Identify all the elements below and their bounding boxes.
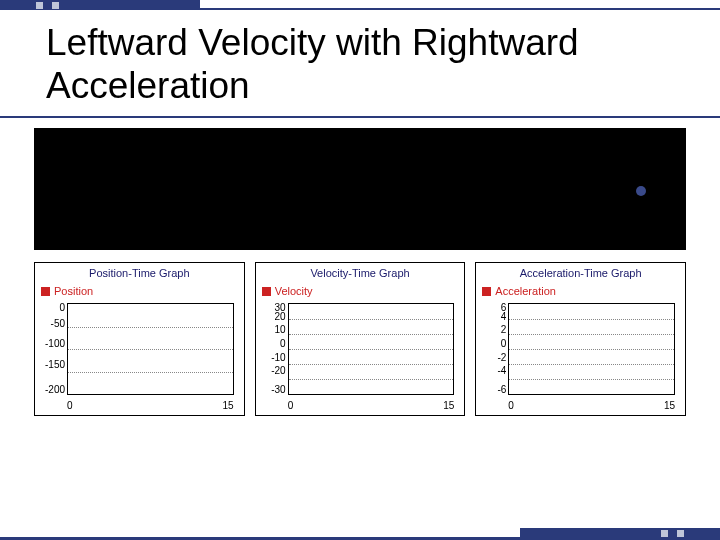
ytick: 0 xyxy=(260,339,286,349)
xtick: 15 xyxy=(664,400,675,411)
gridline xyxy=(289,334,454,335)
slide-title: Leftward Velocity with Rightward Acceler… xyxy=(46,22,720,107)
deco-square-icon xyxy=(685,530,692,537)
charts-row: Position-Time Graph Position 0 -50 -100 … xyxy=(34,262,686,416)
x-axis-ticks: 0 15 xyxy=(67,400,234,411)
ytick: -200 xyxy=(39,385,65,395)
acceleration-time-chart: Acceleration-Time Graph Acceleration 6 4… xyxy=(475,262,686,416)
legend-label: Position xyxy=(54,285,93,297)
deco-square-light-icon xyxy=(36,2,43,9)
plot-frame xyxy=(67,303,234,395)
gridline xyxy=(509,364,674,365)
gridline xyxy=(509,349,674,350)
ytick: -6 xyxy=(480,385,506,395)
ytick: 20 xyxy=(260,312,286,322)
ytick: 4 xyxy=(480,312,506,322)
xtick: 0 xyxy=(67,400,73,411)
legend-label: Velocity xyxy=(275,285,313,297)
legend-swatch-icon xyxy=(262,287,271,296)
gridline xyxy=(289,319,454,320)
legend: Position xyxy=(41,285,238,297)
plot-area: 0 -50 -100 -150 -200 0 15 xyxy=(67,299,234,411)
y-axis-ticks: 6 4 2 0 -2 -4 -6 xyxy=(480,303,506,395)
xtick: 0 xyxy=(288,400,294,411)
deco-square-icon xyxy=(28,2,35,9)
top-underline xyxy=(0,8,720,10)
ytick: -50 xyxy=(39,319,65,329)
ytick: 0 xyxy=(39,303,65,313)
ytick: -10 xyxy=(260,353,286,363)
legend-swatch-icon xyxy=(41,287,50,296)
deco-square-icon xyxy=(669,530,676,537)
velocity-time-chart: Velocity-Time Graph Velocity 30 20 10 0 … xyxy=(255,262,466,416)
deco-square-light-icon xyxy=(677,530,684,537)
plot-frame xyxy=(508,303,675,395)
deco-square-light-icon xyxy=(661,530,668,537)
x-axis-ticks: 0 15 xyxy=(508,400,675,411)
gridline xyxy=(509,334,674,335)
chart-title: Acceleration-Time Graph xyxy=(482,267,679,279)
plot-frame xyxy=(288,303,455,395)
ytick: -100 xyxy=(39,339,65,349)
legend-label: Acceleration xyxy=(495,285,556,297)
chart-title: Velocity-Time Graph xyxy=(262,267,459,279)
x-axis-ticks: 0 15 xyxy=(288,400,455,411)
legend: Acceleration xyxy=(482,285,679,297)
gridline xyxy=(68,327,233,328)
gridline xyxy=(68,372,233,373)
plot-area: 30 20 10 0 -10 -20 -30 0 15 xyxy=(288,299,455,411)
ytick: 2 xyxy=(480,325,506,335)
gridline xyxy=(68,349,233,350)
title-underline xyxy=(0,116,720,118)
y-axis-ticks: 0 -50 -100 -150 -200 xyxy=(39,303,65,395)
gridline xyxy=(509,379,674,380)
gridline xyxy=(289,379,454,380)
legend: Velocity xyxy=(262,285,459,297)
gridline xyxy=(289,364,454,365)
chart-title: Position-Time Graph xyxy=(41,267,238,279)
legend-swatch-icon xyxy=(482,287,491,296)
ytick: 10 xyxy=(260,325,286,335)
object-marker-icon xyxy=(636,186,646,196)
ytick: -2 xyxy=(480,353,506,363)
gridline xyxy=(509,319,674,320)
deco-square-icon xyxy=(44,2,51,9)
plot-area: 6 4 2 0 -2 -4 -6 0 15 xyxy=(508,299,675,411)
ytick: -4 xyxy=(480,366,506,376)
ytick: -150 xyxy=(39,360,65,370)
xtick: 15 xyxy=(223,400,234,411)
animation-track xyxy=(34,128,686,250)
y-axis-ticks: 30 20 10 0 -10 -20 -30 xyxy=(260,303,286,395)
xtick: 0 xyxy=(508,400,514,411)
deco-square-light-icon xyxy=(52,2,59,9)
xtick: 15 xyxy=(443,400,454,411)
ytick: 0 xyxy=(480,339,506,349)
position-time-chart: Position-Time Graph Position 0 -50 -100 … xyxy=(34,262,245,416)
ytick: -30 xyxy=(260,385,286,395)
gridline xyxy=(289,349,454,350)
ytick: -20 xyxy=(260,366,286,376)
